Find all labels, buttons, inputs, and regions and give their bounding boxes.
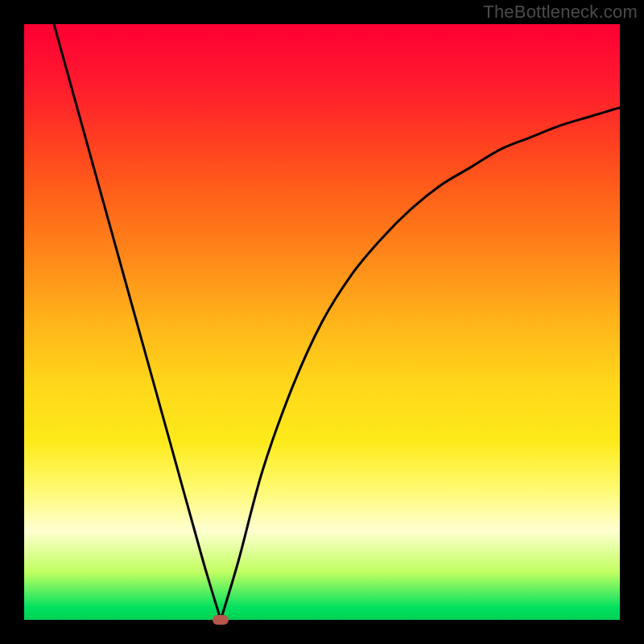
curve-svg [24,24,620,620]
watermark-label: TheBottleneck.com [483,2,638,23]
curve-right-branch [221,108,620,620]
chart-frame: TheBottleneck.com [0,0,644,644]
plot-area [24,24,620,620]
optimum-marker [213,615,229,625]
curve-left-branch [54,24,221,620]
